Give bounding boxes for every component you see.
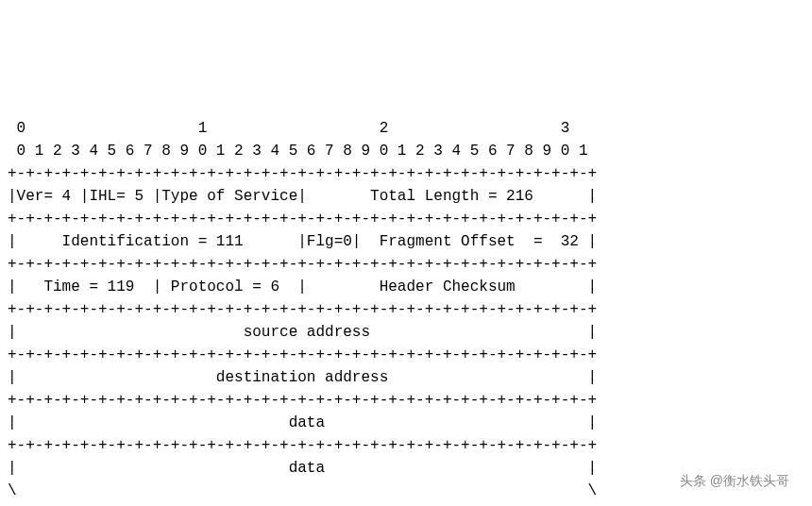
- watermark-text: 头条 @衡水铁头哥: [680, 471, 789, 491]
- row-data: | data |: [8, 460, 597, 477]
- border-row: +-+-+-+-+-+-+-+-+-+-+-+-+-+-+-+-+-+-+-+-…: [8, 165, 597, 182]
- row-destination-address: | destination address |: [8, 369, 597, 386]
- border-row: +-+-+-+-+-+-+-+-+-+-+-+-+-+-+-+-+-+-+-+-…: [8, 256, 597, 273]
- border-row: +-+-+-+-+-+-+-+-+-+-+-+-+-+-+-+-+-+-+-+-…: [8, 211, 597, 228]
- border-row: +-+-+-+-+-+-+-+-+-+-+-+-+-+-+-+-+-+-+-+-…: [8, 346, 597, 363]
- row-id-flags-fragoffset: | Identification = 111 |Flg=0| Fragment …: [8, 233, 597, 250]
- border-row: +-+-+-+-+-+-+-+-+-+-+-+-+-+-+-+-+-+-+-+-…: [8, 301, 597, 318]
- border-row: +-+-+-+-+-+-+-+-+-+-+-+-+-+-+-+-+-+-+-+-…: [8, 392, 597, 409]
- row-data: | data |: [8, 414, 597, 431]
- row-ttl-protocol-checksum: | Time = 119 | Protocol = 6 | Header Che…: [8, 278, 597, 295]
- bit-scale-tens: 0 1 2 3: [8, 120, 569, 137]
- bit-scale-ones: 0 1 2 3 4 5 6 7 8 9 0 1 2 3 4 5 6 7 8 9 …: [8, 143, 588, 160]
- row-data-gap: \ \: [8, 482, 597, 499]
- ipv4-header-diagram: 0 1 2 3 0 1 2 3 4 5 6 7 8 9 0 1 2 3 4 5 …: [0, 91, 812, 506]
- row-source-address: | source address |: [8, 324, 597, 341]
- border-row: +-+-+-+-+-+-+-+-+-+-+-+-+-+-+-+-+-+-+-+-…: [8, 437, 597, 454]
- row-ver-ihl-tos-length: |Ver= 4 |IHL= 5 |Type of Service| Total …: [8, 188, 597, 205]
